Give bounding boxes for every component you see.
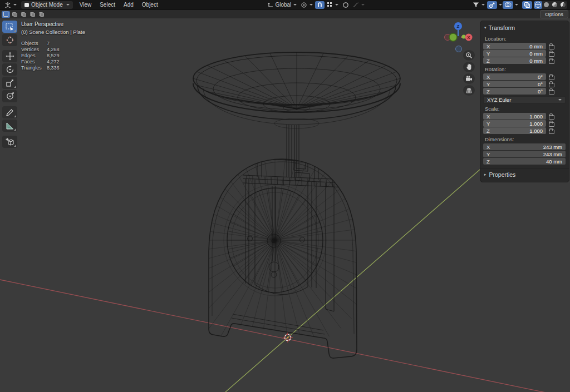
field-value: 0°: [490, 81, 543, 87]
tool-select-box[interactable]: [2, 21, 17, 33]
toggle-xray-button[interactable]: [522, 1, 532, 9]
lock-icon[interactable]: [549, 59, 554, 64]
shading-wireframe-button[interactable]: [534, 1, 542, 9]
snap-toggle[interactable]: [315, 1, 325, 9]
transform-sidebar: ▾ Transform Location: X0 mm Y0 mm Z0 mm …: [480, 21, 569, 182]
filter-funnel-icon: [473, 2, 479, 8]
pivot-point-selector[interactable]: [299, 1, 315, 9]
lock-icon[interactable]: [549, 83, 554, 87]
menu-object[interactable]: Object: [138, 0, 162, 9]
location-z-row: Z0 mm: [483, 57, 566, 64]
viewport-nav-buttons: [463, 50, 475, 96]
location-y-field[interactable]: Y0 mm: [483, 50, 546, 57]
mode-selector[interactable]: Object Mode: [21, 1, 73, 9]
transform-orientation-selector[interactable]: Global: [266, 1, 298, 9]
magnifier-icon: [465, 52, 473, 59]
scale-x-row: X1.000: [483, 113, 566, 120]
gizmo-axis-neg-y[interactable]: [462, 35, 466, 39]
select-extend-icon: [12, 12, 17, 17]
show-gizmos-toggle[interactable]: [487, 1, 497, 9]
field-value: 1.000: [490, 113, 543, 120]
show-overlays-toggle[interactable]: [503, 1, 513, 9]
chevron-down-icon[interactable]: [499, 4, 502, 6]
select-mode-extend-button[interactable]: [11, 11, 19, 18]
select-intersect-icon: [39, 12, 44, 17]
snap-with-selector[interactable]: [325, 1, 340, 9]
stat-label: Objects: [21, 41, 47, 47]
dimensions-z-field[interactable]: Z40 mm: [483, 158, 566, 165]
pan-button[interactable]: [463, 62, 475, 72]
tool-transform[interactable]: [2, 90, 17, 102]
perspective-toggle-button[interactable]: [463, 85, 475, 96]
gizmo-icon: [489, 2, 495, 8]
tool-measure[interactable]: [2, 120, 17, 132]
field-value: 0°: [490, 74, 543, 80]
location-x-field[interactable]: X0 mm: [483, 43, 546, 49]
proportional-falloff-selector[interactable]: [351, 1, 366, 9]
tool-cursor[interactable]: [2, 34, 17, 46]
dimensions-z-row: Z40 mm: [483, 158, 566, 165]
lock-icon[interactable]: [549, 130, 554, 134]
rotation-y-field[interactable]: Y0°: [483, 81, 546, 87]
stat-value: 4,272: [47, 59, 60, 65]
tool-move[interactable]: [2, 50, 17, 62]
lock-icon[interactable]: [549, 122, 554, 127]
lock-icon[interactable]: [549, 90, 554, 95]
chevron-down-icon: [361, 4, 365, 6]
menu-add[interactable]: Add: [120, 0, 137, 9]
lock-icon[interactable]: [549, 45, 554, 49]
dimensions-x-field[interactable]: X243 mm: [483, 143, 566, 150]
rotation-z-field[interactable]: Z0°: [483, 88, 546, 95]
y-axis-line: [225, 170, 480, 392]
select-mode-invert-button[interactable]: [28, 11, 37, 18]
rotation-z-row: Z0°: [483, 88, 566, 95]
location-y-row: Y0 mm: [483, 50, 566, 57]
dimensions-y-field[interactable]: Y243 mm: [483, 151, 566, 157]
options-button[interactable]: Options: [540, 10, 568, 18]
scale-y-field[interactable]: Y1.000: [483, 120, 546, 127]
gizmo-axis-neg-z[interactable]: [456, 46, 462, 52]
menu-view[interactable]: View: [76, 0, 96, 9]
stat-value: 8,529: [47, 53, 60, 59]
shading-solid-button[interactable]: [542, 1, 551, 9]
tool-scale[interactable]: [2, 77, 17, 89]
scale-z-field[interactable]: Z1.000: [483, 127, 546, 134]
scale-x-field[interactable]: X1.000: [483, 113, 546, 120]
gizmo-x-label: X: [467, 35, 470, 40]
camera-view-button[interactable]: [463, 73, 475, 84]
transform-panel-header[interactable]: ▾ Transform: [483, 23, 566, 33]
proportional-editing-toggle[interactable]: [341, 1, 351, 9]
editor-type-selector[interactable]: [3, 1, 18, 9]
navigation-gizmo[interactable]: Z X: [443, 21, 474, 53]
xray-icon: [524, 2, 530, 8]
scale-label: Scale:: [485, 106, 566, 112]
select-mode-set-button[interactable]: [2, 11, 10, 18]
stat-value: 8,336: [47, 65, 60, 71]
gizmo-axis-y[interactable]: [449, 33, 457, 41]
rotation-label: Rotation:: [485, 66, 566, 72]
rotation-x-field[interactable]: X0°: [483, 73, 546, 80]
object-mode-icon: [24, 3, 29, 7]
tool-annotate[interactable]: [2, 106, 17, 118]
rotation-mode-dropdown[interactable]: XYZ Euler: [483, 96, 566, 103]
tool-add-cube[interactable]: [2, 136, 17, 148]
properties-panel-header[interactable]: ▸ Properties: [483, 171, 566, 178]
location-z-field[interactable]: Z0 mm: [483, 57, 546, 64]
field-value: 1.000: [490, 121, 543, 127]
select-mode-subtract-button[interactable]: [19, 11, 28, 18]
menu-select[interactable]: Select: [96, 0, 119, 9]
active-object-breadcrumb: (0) Scene Collection | Plate: [21, 29, 85, 35]
lock-icon[interactable]: [549, 115, 554, 120]
rotation-mode-value: XYZ Euler: [487, 97, 511, 103]
zoom-button[interactable]: [463, 50, 475, 61]
lock-icon[interactable]: [549, 76, 554, 80]
chevron-down-icon[interactable]: [515, 4, 518, 6]
object-type-visibility-selector[interactable]: [471, 1, 487, 9]
snap-increment-icon: [327, 2, 333, 8]
lock-icon[interactable]: [549, 52, 554, 57]
falloff-curve-icon: [353, 2, 359, 8]
shading-material-button[interactable]: [551, 1, 559, 9]
shading-rendered-button[interactable]: [559, 1, 567, 9]
select-mode-intersect-button[interactable]: [37, 11, 46, 18]
tool-rotate[interactable]: [2, 63, 17, 76]
